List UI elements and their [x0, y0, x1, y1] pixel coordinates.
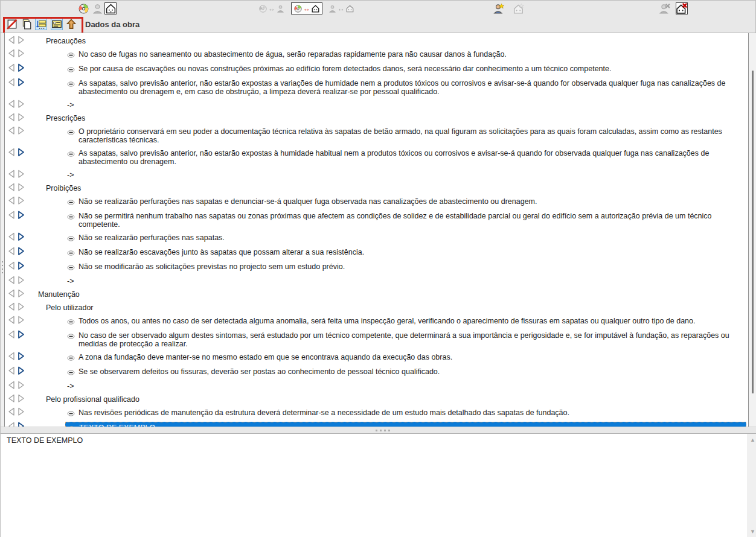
tree-row[interactable]: Nas revisões periódicas de manutenção da… [5, 406, 748, 421]
nav-left-arrow-icon[interactable] [8, 211, 15, 221]
nav-right-arrow-icon[interactable] [18, 352, 25, 363]
nav-right-arrow-icon[interactable] [18, 247, 25, 258]
nav-right-arrow-icon[interactable] [18, 276, 25, 287]
nav-right-arrow-icon[interactable] [18, 407, 25, 418]
scroll-down-icon[interactable]: ▼ [748, 527, 756, 536]
nav-left-arrow-icon[interactable] [8, 36, 15, 46]
tree-row[interactable]: Prescrições [5, 112, 748, 125]
nav-right-arrow-icon[interactable] [18, 183, 25, 194]
tree-scrollbar-thumb[interactable] [752, 71, 754, 393]
nav-left-arrow-icon[interactable] [8, 330, 15, 341]
horizontal-splitter[interactable] [1, 427, 756, 433]
nav-right-arrow-icon[interactable] [18, 49, 25, 60]
user-delete-icon[interactable] [659, 2, 671, 14]
nav-right-arrow-icon[interactable] [18, 170, 25, 180]
tree-scrollbar[interactable] [748, 33, 756, 427]
tree-row[interactable]: Não se realizarão perfurações nas sapata… [5, 231, 748, 246]
nav-right-arrow-icon[interactable] [18, 381, 25, 392]
nav-right-arrow-icon[interactable] [18, 36, 25, 46]
tree-row[interactable]: Não se realizarão escavações junto às sa… [5, 246, 748, 260]
user-new-icon[interactable] [493, 2, 505, 14]
tree-row[interactable]: Não se permitirá nenhum trabalho nas sap… [5, 209, 748, 231]
tree-row[interactable]: A zona da fundação deve manter-se no mes… [5, 351, 748, 365]
tree-row[interactable]: O proprietário conservará em seu poder a… [5, 125, 748, 147]
nav-left-arrow-icon[interactable] [8, 422, 15, 427]
nav-left-arrow-icon[interactable] [8, 126, 15, 137]
nav-left-arrow-icon[interactable] [8, 261, 15, 272]
nav-right-arrow-icon[interactable] [18, 289, 25, 300]
tree-row[interactable]: Não se modificarão as solicitações previ… [5, 260, 748, 275]
left-splitter[interactable] [1, 33, 5, 427]
tree-row[interactable]: As sapatas, salvo previsão anterior, não… [5, 77, 748, 98]
nav-right-arrow-icon[interactable] [18, 394, 25, 405]
text-box-icon[interactable] [51, 18, 63, 30]
disk-building-sync-icon[interactable]: ↔ [291, 2, 322, 14]
nav-right-arrow-icon[interactable] [18, 78, 25, 89]
tree-row[interactable]: Se por causa de escavações ou novas cons… [5, 62, 748, 77]
nav-left-arrow-icon[interactable] [8, 78, 15, 89]
nav-right-arrow-icon[interactable] [18, 232, 25, 243]
nav-right-arrow-icon[interactable] [18, 211, 25, 221]
nav-right-arrow-icon[interactable] [18, 422, 25, 427]
nav-right-arrow-icon[interactable] [18, 330, 25, 341]
nav-right-arrow-icon[interactable] [18, 63, 25, 74]
copy-icon[interactable] [21, 18, 33, 30]
tree-row[interactable]: No caso de ser observado algum destes si… [5, 329, 748, 351]
nav-left-arrow-icon[interactable] [8, 196, 15, 207]
nav-left-arrow-icon[interactable] [8, 394, 15, 405]
text-editor-panel[interactable]: TEXTO DE EXEMPLO ▲ ▼ [1, 433, 756, 537]
disk-user-sync-icon[interactable]: ↔ [256, 2, 287, 14]
tree-row[interactable]: -> [5, 98, 748, 112]
tree-row[interactable]: Pelo utilizador [5, 301, 748, 314]
nav-left-arrow-icon[interactable] [8, 63, 15, 74]
building-new-icon[interactable] [513, 2, 525, 14]
nav-left-arrow-icon[interactable] [8, 232, 15, 243]
tree-row[interactable]: Todos os anos, ou antes no caso de ser d… [5, 314, 748, 329]
nav-right-arrow-icon[interactable] [18, 148, 25, 159]
tree-row[interactable]: As sapatas, salvo previsão anterior, não… [5, 147, 748, 168]
tree-row[interactable]: No caso de fugas no saneamento ou abaste… [5, 48, 748, 62]
building-icon[interactable] [104, 2, 117, 14]
tree-row[interactable]: -> [5, 275, 748, 288]
export-up-icon[interactable] [65, 18, 77, 30]
nav-right-arrow-icon[interactable] [18, 261, 25, 272]
tree-row[interactable]: TEXTO DE EXEMPLO [5, 421, 748, 427]
nav-left-arrow-icon[interactable] [8, 100, 15, 110]
nav-left-arrow-icon[interactable] [8, 113, 15, 124]
nav-right-arrow-icon[interactable] [18, 196, 25, 207]
nav-left-arrow-icon[interactable] [8, 302, 15, 313]
nav-left-arrow-icon[interactable] [8, 366, 15, 377]
tree-row[interactable]: Manutenção [5, 288, 748, 301]
nav-right-arrow-icon[interactable] [18, 126, 25, 137]
nav-left-arrow-icon[interactable] [8, 247, 15, 258]
draw-edit-icon[interactable] [6, 18, 18, 30]
tree-row[interactable]: Pelo profissional qualificado [5, 393, 748, 406]
tree-row[interactable]: Não se realizarão perfurações nas sapata… [5, 195, 748, 209]
insert-lines-icon[interactable] [35, 18, 47, 30]
editor-text[interactable]: TEXTO DE EXEMPLO [7, 436, 83, 445]
tree-row[interactable]: Se se observarem defeitos ou fissuras, d… [5, 365, 748, 380]
nav-left-arrow-icon[interactable] [8, 289, 15, 300]
nav-left-arrow-icon[interactable] [8, 170, 15, 180]
tree-row[interactable]: -> [5, 380, 748, 393]
nav-right-arrow-icon[interactable] [18, 316, 25, 326]
nav-left-arrow-icon[interactable] [8, 352, 15, 363]
nav-left-arrow-icon[interactable] [8, 381, 15, 392]
nav-right-arrow-icon[interactable] [18, 113, 25, 124]
nav-left-arrow-icon[interactable] [8, 148, 15, 159]
scroll-up-icon[interactable]: ▲ [748, 435, 756, 445]
nav-left-arrow-icon[interactable] [8, 316, 15, 326]
user-building-sync-icon[interactable]: ↔ [325, 2, 357, 14]
nav-left-arrow-icon[interactable] [8, 407, 15, 418]
nav-left-arrow-icon[interactable] [8, 49, 15, 60]
tree-row[interactable]: -> [5, 168, 748, 182]
tree-row[interactable]: Proibições [5, 182, 748, 195]
nav-left-arrow-icon[interactable] [8, 276, 15, 287]
tree-row[interactable]: Precauções [5, 34, 748, 48]
nav-right-arrow-icon[interactable] [18, 366, 25, 377]
building-delete-icon[interactable] [676, 2, 688, 14]
user-icon[interactable] [91, 2, 103, 14]
nav-left-arrow-icon[interactable] [8, 183, 15, 194]
nav-right-arrow-icon[interactable] [18, 100, 25, 110]
editor-scrollbar[interactable]: ▲ ▼ [748, 434, 756, 537]
